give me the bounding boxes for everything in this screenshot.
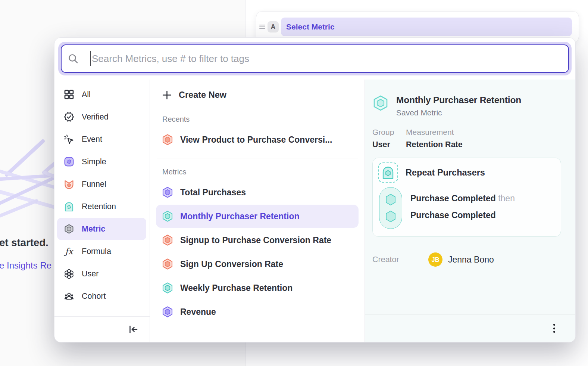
grid-icon <box>64 90 74 99</box>
collapse-left-icon <box>128 325 138 334</box>
funnel-icon <box>64 179 74 189</box>
series-a-badge[interactable]: A <box>268 21 279 32</box>
sidebar-item-label: Simple <box>82 157 106 167</box>
creator-row: Creator JB Jenna Bono <box>372 252 561 267</box>
sidebar-item-label: Event <box>82 135 102 144</box>
sidebar-item-label: Metric <box>82 224 105 234</box>
sidebar-item-label: User <box>82 269 98 279</box>
list-divider <box>157 158 358 158</box>
search-input[interactable] <box>91 53 561 65</box>
metric-item-sign-up-conversion[interactable]: Sign Up Conversion Rate <box>156 252 359 276</box>
sidebar-item-label: All <box>82 90 91 99</box>
step-2-event: Purchase Completed <box>410 210 496 220</box>
sidebar-item-event[interactable]: Event <box>57 128 146 151</box>
metric-item-label: Sign Up Conversion Rate <box>180 259 283 269</box>
purple-metric-hexagon-icon <box>162 187 173 198</box>
teal-metric-hexagon-icon <box>162 282 173 294</box>
detail-meta: Group User Measurement Retention Rate <box>372 128 561 149</box>
create-new-label: Create New <box>179 90 226 100</box>
sidebar-item-user[interactable]: User <box>57 263 146 285</box>
step-connector: then <box>498 193 515 203</box>
metric-item-revenue[interactable]: Revenue <box>156 300 359 323</box>
detail-type-label: Saved Metric <box>396 108 521 117</box>
sidebar-item-verified[interactable]: Verified <box>57 106 146 128</box>
filter-sidebar: All Verified Event <box>54 80 150 342</box>
sidebar-item-label: Retention <box>82 202 116 211</box>
verified-badge-icon <box>64 112 74 122</box>
select-metric-pill[interactable]: Select Metric <box>281 18 572 36</box>
sidebar-footer <box>54 316 150 342</box>
metric-detail-panel: Monthly Purchaser Retention Saved Metric… <box>365 80 575 342</box>
step-hexagon-icon <box>385 193 396 206</box>
group-label: Group <box>372 128 406 137</box>
sidebar-item-metric[interactable]: Metric <box>57 218 146 240</box>
formula-fx-icon: ƒx <box>64 246 74 256</box>
retention-arch-icon <box>64 202 74 211</box>
definition-name: Repeat Purchasers <box>406 168 485 178</box>
plus-icon <box>162 90 172 100</box>
metric-definition-card: Repeat Purchasers <box>372 158 561 237</box>
metric-item-label: Signup to Purchase Conversion Rate <box>180 235 331 245</box>
recents-section-label: Recents <box>162 115 359 124</box>
detail-footer <box>365 314 575 342</box>
saved-metric-hexagon-icon <box>372 95 389 111</box>
measurement-label: Measurement <box>406 128 463 137</box>
recent-item[interactable]: View Product to Purchase Conversi... <box>156 128 359 151</box>
more-options-button[interactable] <box>551 322 557 335</box>
creator-label: Creator <box>372 255 428 264</box>
coral-metric-hexagon-icon <box>162 258 173 270</box>
coral-metric-hexagon-icon <box>162 235 173 246</box>
select-metric-modal: All Verified Event <box>54 37 576 342</box>
sidebar-item-formula[interactable]: ƒx Formula <box>57 240 146 263</box>
sidebar-item-label: Cohort <box>82 292 106 301</box>
create-new-button[interactable]: Create New <box>156 84 359 106</box>
creator-avatar: JB <box>428 252 442 267</box>
background-insights-link[interactable]: e Insights Re <box>0 260 51 271</box>
sidebar-item-retention[interactable]: Retention <box>57 195 146 218</box>
metric-item-total-purchases[interactable]: Total Purchases <box>156 181 359 204</box>
simple-block-icon <box>64 157 74 167</box>
sidebar-item-funnel[interactable]: Funnel <box>57 173 146 195</box>
detail-header: Monthly Purchaser Retention Saved Metric <box>372 95 561 117</box>
sidebar-item-label: Funnel <box>82 180 106 189</box>
metric-list-column: Create New Recents View Product to Purch… <box>150 80 365 342</box>
teal-metric-hexagon-icon <box>162 211 173 222</box>
group-value: User <box>372 140 406 149</box>
retention-definition-icon <box>378 162 398 183</box>
user-cluster-icon <box>64 269 74 279</box>
metric-hexagon-icon <box>64 224 74 234</box>
background-get-started-text: et started. <box>0 237 49 249</box>
sidebar-item-label: Verified <box>82 112 109 122</box>
search-box[interactable] <box>61 44 569 73</box>
sidebar-item-cohort[interactable]: Cohort <box>57 285 146 307</box>
search-section <box>54 38 575 80</box>
cursor-click-icon <box>64 134 74 144</box>
step-1-event: Purchase Completed <box>410 193 496 203</box>
metric-item-label: Total Purchases <box>180 187 246 198</box>
creator-name: Jenna Bono <box>448 255 494 265</box>
drag-handle-icon[interactable] <box>259 25 265 30</box>
sidebar-item-simple[interactable]: Simple <box>57 151 146 173</box>
metric-item-label: Monthly Purchaser Retention <box>180 211 299 221</box>
detail-title: Monthly Purchaser Retention <box>396 95 521 105</box>
cohort-people-icon <box>64 291 74 301</box>
metrics-section-label: Metrics <box>162 168 359 176</box>
collapse-sidebar-button[interactable] <box>128 325 138 334</box>
select-metric-label: Select Metric <box>286 22 335 31</box>
metric-item-label: Revenue <box>180 307 216 317</box>
search-icon <box>68 53 78 64</box>
search-focus-ring <box>58 42 572 75</box>
metric-item-label: Weekly Purchase Retention <box>180 283 293 293</box>
step-hexagon-icon <box>385 210 396 223</box>
metric-item-signup-to-purchase[interactable]: Signup to Purchase Conversion Rate <box>156 229 359 252</box>
sidebar-item-label: Formula <box>82 247 111 256</box>
retention-steps-capsule <box>379 187 402 229</box>
funnel-metric-hexagon-icon <box>162 134 173 145</box>
recent-item-label: View Product to Purchase Conversi... <box>180 135 332 145</box>
purple-metric-hexagon-icon <box>162 306 173 317</box>
metric-item-monthly-purchaser-retention[interactable]: Monthly Purchaser Retention <box>156 205 359 228</box>
metric-item-weekly-purchase-retention[interactable]: Weekly Purchase Retention <box>156 276 359 300</box>
sidebar-item-all[interactable]: All <box>57 83 146 106</box>
measurement-value: Retention Rate <box>406 140 463 149</box>
